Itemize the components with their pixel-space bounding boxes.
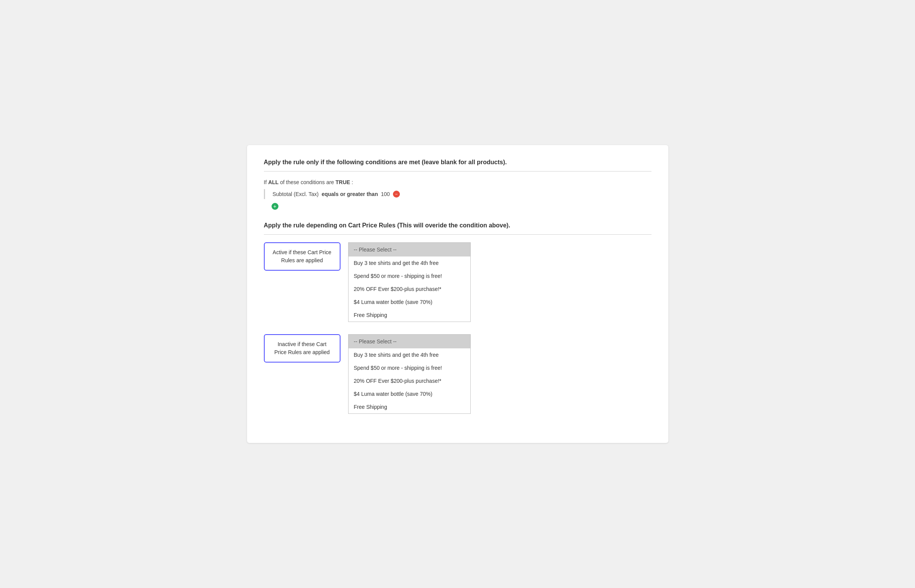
- main-card: Apply the rule only if the following con…: [247, 145, 668, 443]
- condition-middle: of these conditions are: [280, 179, 334, 185]
- condition-op: equals or greater than: [322, 191, 378, 197]
- conditions-section: Apply the rule only if the following con…: [264, 159, 651, 210]
- condition-item-row: Subtotal (Excl. Tax) equals or greater t…: [264, 189, 651, 199]
- inactive-option-3[interactable]: 20% OFF Ever $200-plus purchase!*: [349, 374, 470, 387]
- condition-true: TRUE: [336, 179, 350, 185]
- condition-if-label: If: [264, 179, 267, 185]
- condition-value: 100: [381, 191, 390, 197]
- active-option-4[interactable]: $4 Luma water bottle (save 70%): [349, 296, 470, 309]
- active-option-1[interactable]: Buy 3 tee shirts and get the 4th free: [349, 256, 470, 270]
- inactive-option-4[interactable]: $4 Luma water bottle (save 70%): [349, 387, 470, 400]
- active-select-placeholder[interactable]: -- Please Select --: [349, 243, 470, 256]
- inactive-option-5[interactable]: Free Shipping: [349, 400, 470, 413]
- conditions-divider: [264, 171, 651, 172]
- cart-rules-divider: [264, 234, 651, 235]
- active-rule-multiselect[interactable]: -- Please Select -- Buy 3 tee shirts and…: [348, 242, 471, 322]
- inactive-option-2[interactable]: Spend $50 or more - shipping is free!: [349, 361, 470, 374]
- active-option-5[interactable]: Free Shipping: [349, 309, 470, 322]
- condition-line: If ALL of these conditions are TRUE :: [264, 179, 651, 185]
- inactive-rule-label: Inactive if these Cart Price Rules are a…: [264, 334, 340, 363]
- inactive-rule-row: Inactive if these Cart Price Rules are a…: [264, 334, 651, 414]
- inactive-rule-multiselect[interactable]: -- Please Select -- Buy 3 tee shirts and…: [348, 334, 471, 414]
- active-option-2[interactable]: Spend $50 or more - shipping is free!: [349, 270, 470, 283]
- condition-colon: :: [352, 179, 353, 185]
- remove-condition-button[interactable]: −: [393, 191, 400, 198]
- cart-rules-title: Apply the rule depending on Cart Price R…: [264, 222, 651, 229]
- add-condition-button[interactable]: +: [272, 203, 278, 210]
- condition-item-text: Subtotal (Excl. Tax) equals or greater t…: [273, 191, 390, 197]
- conditions-title: Apply the rule only if the following con…: [264, 159, 651, 166]
- cart-price-rules-section: Apply the rule depending on Cart Price R…: [264, 222, 651, 414]
- active-rule-label: Active if these Cart Price Rules are app…: [264, 242, 340, 271]
- condition-attribute: Subtotal (Excl. Tax): [273, 191, 319, 197]
- condition-operator: ALL: [268, 179, 278, 185]
- inactive-option-1[interactable]: Buy 3 tee shirts and get the 4th free: [349, 348, 470, 361]
- active-rule-row: Active if these Cart Price Rules are app…: [264, 242, 651, 322]
- active-option-3[interactable]: 20% OFF Ever $200-plus purchase!*: [349, 283, 470, 296]
- inactive-select-placeholder[interactable]: -- Please Select --: [349, 335, 470, 348]
